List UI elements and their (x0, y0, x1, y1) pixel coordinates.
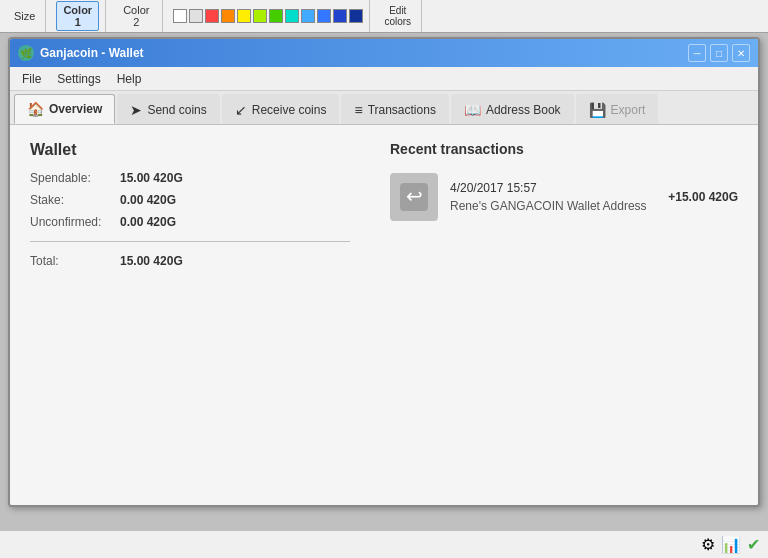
tab-receive-label: Receive coins (252, 103, 327, 117)
statusbar: ⚙ 📊 ✔ (0, 530, 768, 558)
swatch-red[interactable] (205, 9, 219, 23)
swatch-yellow[interactable] (237, 9, 251, 23)
stake-label: Stake: (30, 193, 120, 207)
maximize-button[interactable]: □ (710, 44, 728, 62)
chart-status-icon: 📊 (721, 535, 741, 554)
titlebar: 🌿 Ganjacoin - Wallet ─ □ ✕ (10, 39, 758, 67)
nav-tabs: 🏠 Overview ➤ Send coins ↙ Receive coins … (10, 91, 758, 125)
app-icon: 🌿 (18, 45, 34, 61)
total-label: Total: (30, 254, 120, 268)
swatch-lblue[interactable] (301, 9, 315, 23)
minimize-button[interactable]: ─ (688, 44, 706, 62)
transactions-icon: ≡ (354, 102, 362, 118)
menu-file[interactable]: File (14, 70, 49, 88)
transactions-panel: Recent transactions ↩ 4/20/2017 15:57 Re… (390, 141, 738, 489)
menu-help[interactable]: Help (109, 70, 150, 88)
unconfirmed-label: Unconfirmed: (30, 215, 120, 229)
color1-button[interactable]: Color1 (56, 1, 99, 31)
transaction-amount: +15.00 420G (668, 190, 738, 204)
send-icon: ➤ (130, 102, 142, 118)
color-swatches (173, 9, 363, 23)
transactions-title: Recent transactions (390, 141, 738, 157)
tab-send-label: Send coins (147, 103, 206, 117)
close-button[interactable]: ✕ (732, 44, 750, 62)
size-section: Size (4, 0, 46, 32)
spendable-row: Spendable: 15.00 420G (30, 171, 350, 185)
overview-icon: 🏠 (27, 101, 44, 117)
window-title: Ganjacoin - Wallet (40, 46, 144, 60)
window-controls: ─ □ ✕ (688, 44, 750, 62)
tab-overview-label: Overview (49, 102, 102, 116)
swatch-dblue[interactable] (333, 9, 347, 23)
edit-colors-button[interactable]: Editcolors (380, 5, 415, 27)
tab-overview[interactable]: 🏠 Overview (14, 94, 115, 124)
tab-export-label: Export (611, 103, 646, 117)
wallet-title: Wallet (30, 141, 350, 159)
main-content: Wallet Spendable: 15.00 420G Stake: 0.00… (10, 125, 758, 505)
tab-transactions-label: Transactions (368, 103, 436, 117)
menubar: File Settings Help (10, 67, 758, 91)
spendable-label: Spendable: (30, 171, 120, 185)
swatch-navy[interactable] (349, 9, 363, 23)
transaction-description: Rene's GANGACOIN Wallet Address (450, 199, 656, 213)
unconfirmed-row: Unconfirmed: 0.00 420G (30, 215, 350, 229)
edit-colors-section: Editcolors (374, 0, 422, 32)
transaction-item[interactable]: ↩ 4/20/2017 15:57 Rene's GANGACOIN Walle… (390, 169, 738, 225)
check-status-icon: ✔ (747, 535, 760, 554)
spendable-value: 15.00 420G (120, 171, 183, 185)
swatch-blue[interactable] (317, 9, 331, 23)
settings-status-icon: ⚙ (701, 535, 715, 554)
color2-section: Color2 (110, 0, 163, 32)
transaction-date: 4/20/2017 15:57 (450, 181, 656, 195)
swatch-green[interactable] (269, 9, 283, 23)
stake-value: 0.00 420G (120, 193, 176, 207)
tab-addressbook[interactable]: 📖 Address Book (451, 94, 574, 124)
paint-toolbar: Size Color1 Color2 Editcolors (0, 0, 768, 33)
title-left: 🌿 Ganjacoin - Wallet (18, 45, 144, 61)
total-row: Total: 15.00 420G (30, 254, 350, 268)
wallet-panel: Wallet Spendable: 15.00 420G Stake: 0.00… (30, 141, 350, 489)
tab-receive[interactable]: ↙ Receive coins (222, 94, 340, 124)
transaction-icon: ↩ (390, 173, 438, 221)
tab-send[interactable]: ➤ Send coins (117, 94, 219, 124)
addressbook-icon: 📖 (464, 102, 481, 118)
tab-addressbook-label: Address Book (486, 103, 561, 117)
wallet-divider (30, 241, 350, 242)
color2-button[interactable]: Color2 (116, 1, 156, 31)
total-value: 15.00 420G (120, 254, 183, 268)
swatch-white[interactable] (173, 9, 187, 23)
export-icon: 💾 (589, 102, 606, 118)
swatch-lgreen[interactable] (253, 9, 267, 23)
color1-section: Color1 (50, 0, 106, 32)
swatch-orange[interactable] (221, 9, 235, 23)
receive-icon: ↙ (235, 102, 247, 118)
svg-text:↩: ↩ (406, 185, 423, 207)
app-window: 🌿 Ganjacoin - Wallet ─ □ ✕ File Settings… (8, 37, 760, 507)
swatch-lgray[interactable] (189, 9, 203, 23)
transaction-details: 4/20/2017 15:57 Rene's GANGACOIN Wallet … (450, 181, 656, 213)
swatch-cyan[interactable] (285, 9, 299, 23)
unconfirmed-value: 0.00 420G (120, 215, 176, 229)
tab-export: 💾 Export (576, 94, 659, 124)
menu-settings[interactable]: Settings (49, 70, 108, 88)
swatches-section (167, 0, 370, 32)
tab-transactions[interactable]: ≡ Transactions (341, 94, 448, 124)
stake-row: Stake: 0.00 420G (30, 193, 350, 207)
size-button[interactable]: Size (10, 8, 39, 24)
